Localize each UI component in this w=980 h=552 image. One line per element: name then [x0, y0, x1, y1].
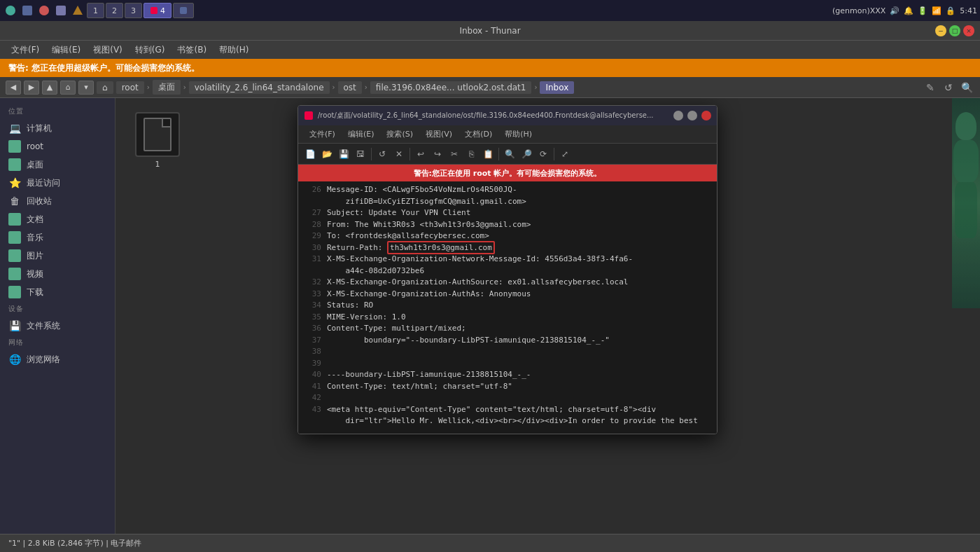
sidebar-item-root[interactable]: root — [0, 137, 115, 156]
toolbar-zoomout-button[interactable]: 🔎 — [519, 146, 534, 162]
taskbar-notify-icon[interactable]: 🔔 — [904, 6, 913, 15]
sidebar-item-network[interactable]: 🌐 浏览网络 — [0, 350, 115, 368]
menu-goto[interactable]: 转到(G) — [130, 43, 171, 57]
editor-warning-bar: 警告:您正在使用 root 帐户。有可能会损害您的系统。 — [298, 165, 717, 181]
toolbar-open-button[interactable]: 📂 — [319, 146, 335, 162]
editor-menu-file[interactable]: 文件(F) — [304, 127, 341, 141]
path-segment-home-icon[interactable]: ⌂ — [97, 81, 113, 94]
taskbar-app-icon-1[interactable] — [3, 3, 18, 18]
path-segment-vol[interactable]: volatility_2.6_lin64_standalone — [189, 81, 330, 94]
taskbar-right-area: (genmon)XXX 🔊 🔔 🔋 📶 🔒 5:41 — [832, 6, 977, 15]
editor-line-43b: dir="ltr">Hello Mr. Wellick,<div><br></d… — [304, 415, 711, 427]
editor-line-29: 29 To: <frontdesk@allsafecybersec.com> — [304, 230, 711, 242]
toolbar-cut-button[interactable]: ✂ — [447, 146, 462, 162]
taskbar-window-btn-3[interactable]: 3 — [125, 3, 142, 18]
window-titlebar: Inbox - Thunar − □ × — [0, 21, 980, 41]
path-segment-root[interactable]: root — [116, 81, 144, 94]
path-segment-inbox[interactable]: Inbox — [540, 81, 574, 94]
taskbar-window-btn-2[interactable]: 2 — [106, 3, 123, 18]
path-reload-button[interactable]: ↺ — [941, 81, 956, 95]
menu-view[interactable]: 视图(V) — [88, 43, 128, 57]
sidebar-item-computer[interactable]: 💻 计算机 — [0, 119, 115, 137]
editor-line-31b: a44c-08d2d0732be6 — [304, 265, 711, 277]
path-segment-file[interactable]: file.3196.0x84ee... utlook2.ost.dat1 — [370, 81, 532, 94]
taskbar-window-num-1: 1 — [93, 6, 98, 15]
toolbar-saveas-button[interactable]: 🖫 — [353, 146, 368, 162]
editor-menu-help[interactable]: 帮助(H) — [499, 127, 538, 141]
toolbar-redo-button[interactable]: ↪ — [430, 146, 445, 162]
close-button[interactable]: × — [963, 25, 974, 36]
menu-file[interactable]: 文件(F) — [6, 43, 45, 57]
nav-expand-button[interactable]: ▾ — [78, 81, 94, 95]
path-segment-ost[interactable]: ost — [338, 81, 362, 94]
svg-rect-5 — [150, 7, 158, 14]
sidebar-item-pictures[interactable]: 图片 — [0, 247, 115, 265]
nav-home-button[interactable]: ⌂ — [60, 81, 76, 95]
sidebar-item-desktop[interactable]: 桌面 — [0, 156, 115, 174]
menu-help[interactable]: 帮助(H) — [214, 43, 254, 57]
taskbar-app-icon-2[interactable] — [20, 3, 35, 18]
taskbar-app-icon-4[interactable] — [53, 3, 69, 18]
taskbar-window-btn-1[interactable]: 1 — [87, 3, 104, 18]
folder-icon-videos — [8, 268, 21, 280]
taskbar-battery-icon[interactable]: 🔋 — [918, 6, 927, 15]
maximize-button[interactable]: □ — [949, 25, 960, 36]
toolbar-new-button[interactable]: 📄 — [302, 146, 318, 162]
editor-minimize-button[interactable] — [673, 111, 683, 120]
toolbar-sep-4 — [554, 148, 554, 160]
taskbar-volume-icon[interactable]: 🔊 — [890, 6, 899, 15]
file-item-1[interactable]: 1 — [130, 112, 186, 169]
taskbar-window-btn-5[interactable] — [173, 3, 194, 18]
sidebar-item-downloads[interactable]: 下载 — [0, 283, 115, 301]
toolbar-paste-button[interactable]: 📋 — [480, 146, 496, 162]
minimize-button[interactable]: − — [935, 25, 946, 36]
editor-close-button[interactable] — [701, 111, 711, 120]
svg-rect-7 — [304, 111, 313, 120]
toolbar-refresh-button[interactable]: ⟳ — [536, 146, 551, 162]
toolbar-save-button[interactable]: 💾 — [336, 146, 351, 162]
sidebar-section-location: 位置 — [0, 104, 115, 119]
folder-icon-root — [8, 140, 21, 153]
path-actions: ✎ ↺ 🔍 — [923, 81, 974, 95]
toolbar-reload-button[interactable]: ↺ — [374, 146, 390, 162]
taskbar-user: (genmon)XXX — [832, 6, 886, 15]
taskbar-app-icon-5[interactable] — [70, 3, 85, 18]
sidebar-label-videos: 视频 — [27, 268, 43, 280]
editor-maximize-button[interactable] — [687, 111, 697, 120]
editor-menu-edit[interactable]: 编辑(E) — [342, 127, 380, 141]
sidebar-item-filesystem[interactable]: 💾 文件系统 — [0, 317, 115, 335]
editor-menu-view[interactable]: 视图(V) — [420, 127, 458, 141]
path-segment-desktop[interactable]: 桌面 — [153, 80, 181, 95]
path-edit-button[interactable]: ✎ — [923, 81, 938, 95]
menu-bookmarks[interactable]: 书签(B) — [172, 43, 212, 57]
toolbar-undo-button[interactable]: ↩ — [413, 146, 428, 162]
nav-back-button[interactable]: ◀ — [6, 81, 21, 95]
nav-forward-button[interactable]: ▶ — [24, 81, 39, 95]
taskbar-app-icon-3[interactable] — [36, 3, 52, 18]
path-search-button[interactable]: 🔍 — [959, 81, 974, 95]
toolbar-copy-button[interactable]: ⎘ — [463, 146, 479, 162]
sidebar-item-music[interactable]: 音乐 — [0, 228, 115, 247]
main-content: 位置 💻 计算机 root 桌面 ⭐ 最近访问 🗑 回收站 文档 音乐 — [0, 98, 980, 534]
sidebar-item-videos[interactable]: 视频 — [0, 265, 115, 283]
svg-point-2 — [39, 6, 49, 15]
status-text: "1" | 2.8 KiB (2,846 字节) | 电子邮件 — [8, 538, 141, 548]
sidebar-item-trash[interactable]: 🗑 回收站 — [0, 192, 115, 210]
editor-content[interactable]: 26 Message-ID: <CALwgF5bo54VoNzmLrOs4R50… — [298, 181, 717, 434]
nav-up-button[interactable]: ▲ — [42, 81, 57, 95]
toolbar-close-button[interactable]: ✕ — [391, 146, 407, 162]
taskbar-lock-icon[interactable]: 🔒 — [946, 6, 955, 15]
menu-edit[interactable]: 编辑(E) — [46, 43, 86, 57]
taskbar-window-btn-4[interactable]: 4 — [144, 3, 172, 18]
taskbar-network-icon[interactable]: 📶 — [932, 6, 941, 15]
filesystem-icon: 💾 — [8, 319, 21, 332]
sidebar-item-documents[interactable]: 文档 — [0, 210, 115, 228]
editor-menu-doc[interactable]: 文档(D) — [459, 127, 498, 141]
sidebar-item-recent[interactable]: ⭐ 最近访问 — [0, 174, 115, 192]
toolbar-fullscreen-button[interactable]: ⤢ — [557, 146, 573, 162]
toolbar-zoomin-button[interactable]: 🔍 — [502, 146, 517, 162]
editor-toolbar: 📄 📂 💾 🖫 ↺ ✕ ↩ ↪ ✂ ⎘ 📋 🔍 🔎 ⟳ ⤢ — [298, 144, 717, 165]
editor-menu-search[interactable]: 搜索(S) — [381, 127, 419, 141]
editor-line-38: 38 — [304, 346, 711, 358]
folder-icon-pictures — [8, 249, 21, 262]
